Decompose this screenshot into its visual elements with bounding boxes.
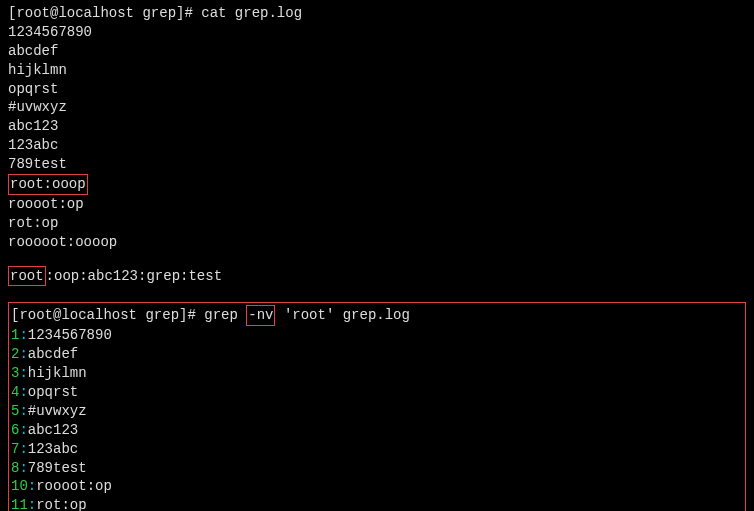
output-line: #uvwxyz: [8, 98, 746, 117]
separator: :: [28, 497, 36, 511]
prompt: [root@localhost grep]#: [11, 307, 196, 323]
command: cat grep.log: [201, 5, 302, 21]
prompt-line-2: [root@localhost grep]# grep -nv 'root' g…: [11, 305, 743, 326]
grep-output: 1:12345678902:abcdef3:hijklmn4:opqrst5:#…: [11, 326, 743, 511]
line-text: 1234567890: [28, 327, 112, 343]
line-number: 11: [11, 497, 28, 511]
line-text: abc123: [28, 422, 78, 438]
prompt: [root@localhost grep]#: [8, 5, 193, 21]
grep-result-line: 5:#uvwxyz: [11, 402, 743, 421]
separator: :: [19, 327, 27, 343]
grep-result-line: 7:123abc: [11, 440, 743, 459]
line-text: #uvwxyz: [28, 403, 87, 419]
grep-result-line: 2:abcdef: [11, 345, 743, 364]
line-text: rot:op: [36, 497, 86, 511]
output-line: rooooot:oooop: [8, 233, 746, 252]
separator: :: [19, 441, 27, 457]
output-line: 123abc: [8, 136, 746, 155]
match-suffix: :oop:abc123:grep:test: [46, 268, 222, 284]
separator: :: [19, 403, 27, 419]
line-text: 123abc: [28, 441, 78, 457]
command-post: 'root' grep.log: [275, 307, 409, 323]
grep-result-line: 4:opqrst: [11, 383, 743, 402]
cat-output-continued: roooot:oprot:oprooooot:oooop: [8, 195, 746, 252]
line-number: 10: [11, 478, 28, 494]
output-line: hijklmn: [8, 61, 746, 80]
flag-highlight: -nv: [246, 305, 275, 326]
separator: :: [19, 365, 27, 381]
output-line: abc123: [8, 117, 746, 136]
grep-match-box: root:ooop: [8, 174, 88, 195]
line-text: abcdef: [28, 346, 78, 362]
output-line: opqrst: [8, 80, 746, 99]
prompt-line-1: [root@localhost grep]# cat grep.log: [8, 4, 746, 23]
output-line: rot:op: [8, 214, 746, 233]
grep-result-line: 11:rot:op: [11, 496, 743, 511]
output-line: 1234567890: [8, 23, 746, 42]
grep-match-box: root: [8, 266, 46, 287]
separator: :: [19, 422, 27, 438]
grep-result-line: 3:hijklmn: [11, 364, 743, 383]
grep-result-line: 1:1234567890: [11, 326, 743, 345]
highlighted-match-1: root:ooop: [8, 174, 746, 195]
separator: :: [19, 384, 27, 400]
grep-result-line: 6:abc123: [11, 421, 743, 440]
separator: :: [28, 478, 36, 494]
highlighted-match-2: root:oop:abc123:grep:test: [8, 266, 746, 287]
grep-result-line: 8:789test: [11, 459, 743, 478]
output-line: roooot:op: [8, 195, 746, 214]
command-pre: grep: [204, 307, 246, 323]
line-text: opqrst: [28, 384, 78, 400]
annotation-box: [root@localhost grep]# grep -nv 'root' g…: [8, 302, 746, 511]
line-text: 789test: [28, 460, 87, 476]
line-text: hijklmn: [28, 365, 87, 381]
separator: :: [19, 460, 27, 476]
separator: :: [19, 346, 27, 362]
terminal-output: [root@localhost grep]# cat grep.log 1234…: [8, 4, 746, 511]
line-text: roooot:op: [36, 478, 112, 494]
output-line: abcdef: [8, 42, 746, 61]
output-line: 789test: [8, 155, 746, 174]
grep-result-line: 10:roooot:op: [11, 477, 743, 496]
cat-output: 1234567890abcdefhijklmnopqrst#uvwxyzabc1…: [8, 23, 746, 174]
